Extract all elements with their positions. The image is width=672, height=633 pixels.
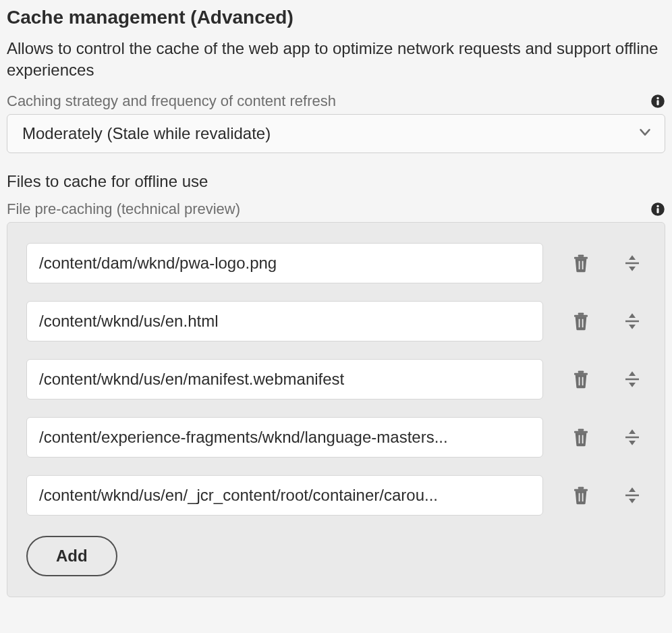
precache-path-input[interactable] — [26, 243, 543, 283]
precache-row — [26, 301, 646, 341]
delete-button[interactable] — [567, 482, 594, 509]
delete-button[interactable] — [567, 366, 594, 393]
section-description: Allows to control the cache of the web a… — [7, 38, 665, 82]
precache-path-input[interactable] — [26, 301, 543, 341]
precache-label-row: File pre-caching (technical preview) — [7, 200, 665, 218]
reorder-icon — [622, 369, 642, 389]
reorder-icon — [622, 485, 642, 505]
reorder-icon — [622, 311, 642, 331]
cache-management-panel: Cache management (Advanced) Allows to co… — [0, 0, 672, 611]
precache-path-input[interactable] — [26, 417, 543, 458]
precache-row — [26, 243, 646, 283]
strategy-label: Caching strategy and frequency of conten… — [7, 92, 336, 110]
precache-row — [26, 359, 646, 400]
delete-button[interactable] — [567, 424, 594, 451]
reorder-handle[interactable] — [619, 424, 646, 451]
precache-row — [26, 475, 646, 516]
chevron-down-icon — [638, 125, 652, 142]
trash-icon — [571, 253, 591, 273]
trash-icon — [571, 485, 591, 505]
precache-row — [26, 417, 646, 458]
reorder-handle[interactable] — [619, 308, 646, 335]
section-title: Cache management (Advanced) — [7, 7, 665, 28]
reorder-handle[interactable] — [619, 482, 646, 509]
info-icon[interactable] — [650, 202, 665, 217]
delete-button[interactable] — [567, 250, 594, 277]
precache-path-input[interactable] — [26, 475, 543, 516]
strategy-selected-value: Moderately (Stale while revalidate) — [22, 124, 271, 143]
trash-icon — [571, 427, 591, 447]
trash-icon — [571, 369, 591, 389]
trash-icon — [571, 311, 591, 331]
add-button[interactable]: Add — [26, 536, 117, 576]
reorder-icon — [622, 427, 642, 447]
precache-label: File pre-caching (technical preview) — [7, 200, 240, 218]
precache-path-input[interactable] — [26, 359, 543, 400]
strategy-label-row: Caching strategy and frequency of conten… — [7, 92, 665, 110]
info-icon[interactable] — [650, 94, 665, 109]
reorder-icon — [622, 253, 642, 273]
delete-button[interactable] — [567, 308, 594, 335]
reorder-handle[interactable] — [619, 250, 646, 277]
strategy-select[interactable]: Moderately (Stale while revalidate) — [7, 114, 665, 153]
reorder-handle[interactable] — [619, 366, 646, 393]
precache-list: Add — [7, 222, 665, 597]
precache-heading: Files to cache for offline use — [7, 172, 665, 191]
